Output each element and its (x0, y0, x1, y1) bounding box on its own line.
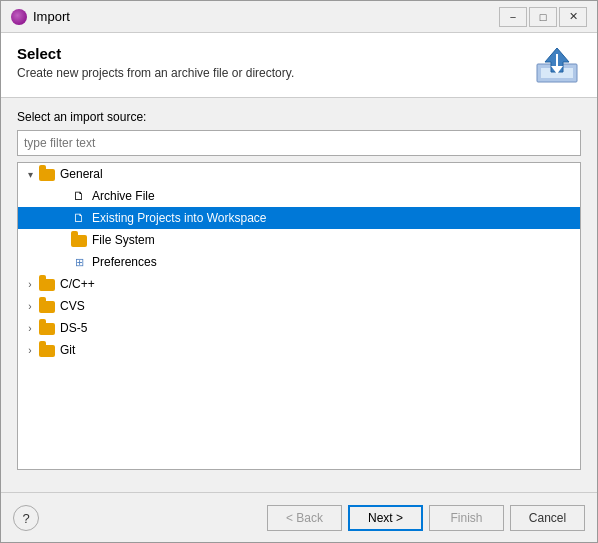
tree-label-ds5: DS-5 (60, 321, 87, 335)
folder-icon-git (38, 342, 56, 358)
close-button[interactable]: ✕ (559, 7, 587, 27)
next-button[interactable]: Next > (348, 505, 423, 531)
file-icon-archive: 🗋 (70, 188, 88, 204)
tree-label-general: General (60, 167, 103, 181)
folder-icon-cpp (38, 276, 56, 292)
titlebar-controls: − □ ✕ (499, 7, 587, 27)
titlebar: Import − □ ✕ (1, 1, 597, 33)
titlebar-left: Import (11, 9, 70, 25)
tree-item-cpp[interactable]: › C/C++ (18, 273, 580, 295)
header-text: Select Create new projects from an archi… (17, 45, 294, 80)
file-icon-existing: 🗋 (70, 210, 88, 226)
tree-label-cvs: CVS (60, 299, 85, 313)
tree-label-archive: Archive File (92, 189, 155, 203)
tree-item-general[interactable]: ▾ General (18, 163, 580, 185)
tree-label-cpp: C/C++ (60, 277, 95, 291)
expand-arrow-cpp: › (22, 279, 38, 290)
folder-icon-cvs (38, 298, 56, 314)
tree-item-archive-file[interactable]: 🗋 Archive File (18, 185, 580, 207)
spacer (1, 482, 597, 492)
tree-label-preferences: Preferences (92, 255, 157, 269)
tree-label-filesystem: File System (92, 233, 155, 247)
grid-icon-preferences: ⊞ (70, 254, 88, 270)
finish-button[interactable]: Finish (429, 505, 504, 531)
tree-item-preferences[interactable]: ⊞ Preferences (18, 251, 580, 273)
button-bar: ? < Back Next > Finish Cancel (1, 493, 597, 543)
header-title: Select (17, 45, 294, 62)
expand-arrow-ds5: › (22, 323, 38, 334)
tree-container[interactable]: ▾ General 🗋 Archive File 🗋 Existing Proj… (17, 162, 581, 470)
import-icon (533, 45, 581, 85)
header-section: Select Create new projects from an archi… (1, 33, 597, 98)
expand-arrow-git: › (22, 345, 38, 356)
minimize-button[interactable]: − (499, 7, 527, 27)
folder-icon-filesystem (70, 232, 88, 248)
tree-item-git[interactable]: › Git (18, 339, 580, 361)
cancel-button[interactable]: Cancel (510, 505, 585, 531)
content-area: Select an import source: ▾ General 🗋 Arc… (1, 98, 597, 482)
maximize-button[interactable]: □ (529, 7, 557, 27)
import-window: Import − □ ✕ Select Create new projects … (0, 0, 598, 543)
back-button[interactable]: < Back (267, 505, 342, 531)
tree-label-existing: Existing Projects into Workspace (92, 211, 267, 225)
eclipse-icon (11, 9, 27, 25)
folder-icon-general (38, 166, 56, 182)
tree-item-existing-projects[interactable]: 🗋 Existing Projects into Workspace (18, 207, 580, 229)
window-title: Import (33, 9, 70, 24)
filter-input[interactable] (17, 130, 581, 156)
footer-area: ? < Back Next > Finish Cancel (1, 492, 597, 542)
source-label: Select an import source: (17, 110, 581, 124)
tree-item-ds5[interactable]: › DS-5 (18, 317, 580, 339)
tree-item-file-system[interactable]: File System (18, 229, 580, 251)
header-description: Create new projects from an archive file… (17, 66, 294, 80)
tree-item-cvs[interactable]: › CVS (18, 295, 580, 317)
expand-arrow-cvs: › (22, 301, 38, 312)
help-button[interactable]: ? (13, 505, 39, 531)
tree-label-git: Git (60, 343, 75, 357)
expand-arrow-general: ▾ (22, 169, 38, 180)
folder-icon-ds5 (38, 320, 56, 336)
